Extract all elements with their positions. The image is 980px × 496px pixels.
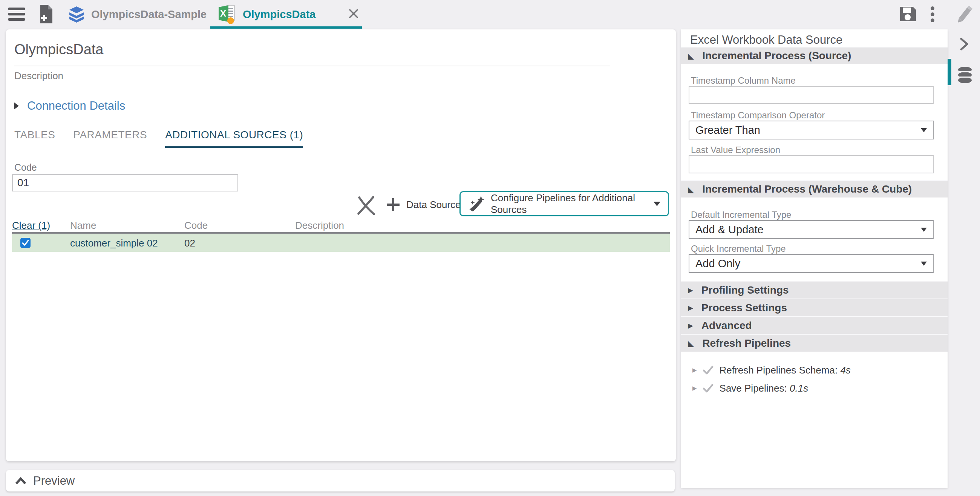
- section-advanced[interactable]: ▶ Advanced: [681, 316, 948, 334]
- expanded-triangle-icon: ◣: [688, 339, 694, 347]
- configure-pipelines-label: Configure Pipelines for Additional Sourc…: [491, 192, 648, 216]
- success-check-icon: [703, 384, 714, 393]
- excel-icon: X: [218, 4, 237, 24]
- chevron-up-icon: [15, 477, 26, 485]
- collapsed-triangle-icon: ▶: [688, 305, 693, 311]
- code-input[interactable]: [12, 174, 238, 191]
- code-field-label: Code: [14, 162, 37, 173]
- timestamp-column-input[interactable]: [689, 86, 934, 104]
- section-process-settings[interactable]: ▶ Process Settings: [681, 299, 948, 316]
- tab-olympicsdata-sample[interactable]: OlympicsData-Sample: [68, 0, 207, 29]
- default-incremental-label: Default Incremental Type: [691, 210, 791, 220]
- section-label: Advanced: [702, 320, 752, 332]
- timestamp-column-label: Timestamp Column Name: [691, 75, 796, 86]
- pipeline-row-refresh-schema: ▶ Refresh Pipelines Schema: 4s: [692, 362, 937, 378]
- last-value-label: Last Value Expression: [691, 145, 780, 155]
- section-label: Refresh Pipelines: [702, 337, 791, 350]
- section-label: Process Settings: [702, 302, 787, 314]
- pipeline-label: Refresh Pipelines Schema: 4s: [719, 364, 851, 376]
- collapsed-triangle-icon: [14, 103, 19, 109]
- dropdown-caret-icon: [921, 262, 927, 266]
- checkmark-icon: [22, 239, 29, 246]
- kebab-menu-icon[interactable]: [930, 6, 935, 24]
- add-data-source-label: Data Source: [406, 199, 461, 211]
- tab-olympicsdata[interactable]: X OlympicsData: [218, 0, 359, 29]
- section-incremental-warehouse[interactable]: ◣ Incremental Process (Warehouse & Cube): [681, 180, 948, 197]
- section-incremental-source[interactable]: ◣ Incremental Process (Source): [681, 47, 948, 64]
- collapsed-triangle-icon: ▶: [688, 287, 693, 294]
- top-bar: OlympicsData-Sample X OlympicsData: [0, 0, 980, 29]
- menu-icon[interactable]: [8, 8, 25, 22]
- tab-label: OlympicsData: [243, 8, 315, 21]
- dropdown-caret-icon: [921, 128, 927, 132]
- layers-icon: [68, 6, 85, 22]
- active-tool-indicator: [948, 59, 951, 85]
- row-code-value: 02: [184, 237, 195, 249]
- expander-triangle-icon[interactable]: ▶: [692, 367, 697, 374]
- section-label: Profiling Settings: [702, 284, 789, 296]
- success-check-icon: [703, 366, 714, 375]
- select-value: Add Only: [695, 258, 921, 270]
- collapse-panel-chevron-icon[interactable]: [959, 38, 969, 52]
- pipeline-duration: 4s: [840, 364, 850, 376]
- dropdown-caret-icon[interactable]: [654, 202, 660, 206]
- column-header-name[interactable]: Name: [70, 220, 96, 231]
- quick-incremental-label: Quick Incremental Type: [691, 243, 786, 254]
- default-incremental-select[interactable]: Add & Update: [689, 220, 934, 239]
- active-tab-indicator: [210, 26, 362, 29]
- database-icon[interactable]: [958, 66, 972, 86]
- panel-title: Excel Workbook Data Source: [690, 33, 842, 47]
- magic-wand-icon: [468, 195, 485, 213]
- column-header-code[interactable]: Code: [184, 220, 208, 231]
- timestamp-operator-select[interactable]: Greater Than: [689, 121, 934, 140]
- pipeline-row-save: ▶ Save Pipelines: 0.1s: [692, 381, 937, 396]
- svg-text:X: X: [220, 8, 226, 19]
- expanded-triangle-icon: ◣: [688, 186, 694, 193]
- section-label: Incremental Process (Source): [702, 50, 851, 62]
- expander-triangle-icon[interactable]: ▶: [692, 385, 697, 392]
- save-icon[interactable]: [899, 5, 917, 24]
- pipeline-label: Save Pipelines: 0.1s: [719, 383, 808, 394]
- delete-x-icon[interactable]: [356, 195, 376, 217]
- preview-label: Preview: [33, 474, 75, 488]
- clear-selection-link[interactable]: Clear (1): [12, 220, 50, 231]
- select-value: Add & Update: [695, 224, 921, 236]
- table-row[interactable]: customer_simple 02 02: [12, 234, 670, 252]
- connection-details-expander[interactable]: Connection Details: [14, 99, 125, 113]
- add-data-source-button[interactable]: Data Source: [386, 197, 461, 212]
- data-source-editor-panel: OlympicsData Description Connection Deta…: [6, 29, 676, 461]
- select-value: Greater Than: [695, 124, 921, 137]
- expanded-triangle-icon: ◣: [688, 52, 694, 60]
- page-title: OlympicsData: [14, 41, 103, 58]
- connection-details-label: Connection Details: [27, 99, 125, 113]
- edit-pencil-icon[interactable]: [955, 5, 972, 25]
- title-divider: [14, 65, 610, 66]
- column-header-description[interactable]: Description: [295, 220, 344, 231]
- last-value-input[interactable]: [689, 155, 934, 173]
- section-profiling-settings[interactable]: ▶ Profiling Settings: [681, 281, 948, 299]
- tab-parameters[interactable]: PARAMETERS: [73, 129, 147, 148]
- description-field[interactable]: Description: [14, 70, 63, 82]
- row-checkbox[interactable]: [21, 238, 30, 248]
- properties-panel: Excel Workbook Data Source ◣ Incremental…: [681, 29, 948, 488]
- plus-icon: [386, 197, 400, 212]
- collapsed-triangle-icon: ▶: [688, 322, 693, 329]
- tab-label: OlympicsData-Sample: [91, 8, 207, 21]
- section-label: Incremental Process (Warehouse & Cube): [702, 183, 912, 195]
- dropdown-caret-icon: [921, 227, 927, 232]
- configure-pipelines-button[interactable]: Configure Pipelines for Additional Sourc…: [460, 191, 669, 216]
- editor-tabs: TABLES PARAMETERS ADDITIONAL SOURCES (1): [14, 129, 303, 148]
- tab-additional-sources[interactable]: ADDITIONAL SOURCES (1): [165, 129, 303, 148]
- quick-incremental-select[interactable]: Add Only: [689, 254, 934, 273]
- section-refresh-pipelines[interactable]: ◣ Refresh Pipelines: [681, 334, 948, 351]
- timestamp-operator-label: Timestamp Comparison Operator: [691, 110, 825, 121]
- new-document-icon[interactable]: [38, 5, 54, 25]
- row-name-link[interactable]: customer_simple 02: [70, 237, 158, 249]
- tab-tables[interactable]: TABLES: [14, 129, 55, 148]
- close-icon[interactable]: [348, 8, 359, 21]
- preview-expander-bar[interactable]: Preview: [6, 470, 675, 491]
- pipeline-duration: 0.1s: [790, 383, 808, 394]
